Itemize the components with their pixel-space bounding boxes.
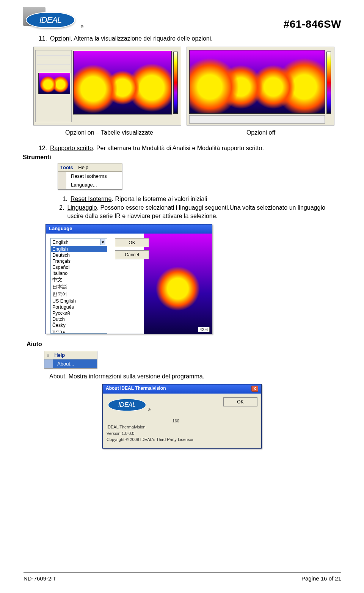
- about-copyright: Copyright © 2009 IDEAL's Third Party Lic…: [107, 436, 195, 443]
- language-option[interactable]: 中文: [51, 276, 107, 284]
- tools-item-2: 2. Linguaggio. Possono essere selezionat…: [58, 204, 341, 221]
- language-option[interactable]: Русский: [51, 310, 107, 316]
- page-footer: ND-7609-2IT Pagine 16 of 21: [24, 573, 341, 582]
- item-num: 11.: [37, 35, 47, 43]
- language-option[interactable]: English: [51, 246, 107, 252]
- ok-button[interactable]: OK: [115, 238, 149, 247]
- page-header: IDEAL ® #61-846SW: [23, 4, 341, 32]
- language-list[interactable]: English Deutsch Français Español Italian…: [51, 246, 107, 333]
- caption-off: Opzioni off: [185, 129, 337, 137]
- registered-mark: ®: [81, 25, 83, 29]
- item-label: Opzioni: [50, 35, 71, 42]
- language-option[interactable]: Italiano: [51, 270, 107, 276]
- tools-menu-screenshot: Tools Help Reset Isotherms Language...: [58, 163, 341, 190]
- about-dialog: About IDEAL Thermalvision X IDEAL ® 160 …: [102, 384, 262, 449]
- language-dialog: Language English ▾ English Deutsch Franç…: [46, 224, 212, 334]
- tools-item-1: 1. Reset Isoterme. Riporta le Isoterme a…: [58, 195, 341, 203]
- document-number: #61-846SW: [284, 18, 341, 30]
- language-option[interactable]: Deutsch: [51, 252, 107, 258]
- dialog-title: Language: [46, 224, 212, 234]
- about-text: . Mostra informazioni sulla versione del…: [65, 373, 204, 380]
- about-logo: IDEAL ®: [107, 397, 148, 413]
- screenshot-captions: Opzioni on – Tabelle visualizzate Opzion…: [33, 129, 341, 137]
- language-option[interactable]: Português: [51, 304, 107, 310]
- menu-help[interactable]: Help: [54, 352, 65, 358]
- language-selected: English: [52, 239, 69, 245]
- item-text: . Possono essere selezionati i linguaggi…: [67, 204, 325, 219]
- menu-item-language[interactable]: Language...: [58, 180, 122, 189]
- language-option[interactable]: עברית: [51, 328, 107, 333]
- screenshot-row: [33, 47, 341, 126]
- logo-text: IDEAL: [39, 15, 62, 25]
- item-12: 12. Rapporto scritto. Per alternare tra …: [37, 144, 341, 152]
- about-product: IDEAL Thermalvision: [107, 424, 195, 430]
- about-title: About IDEAL Thermalvision: [106, 386, 166, 392]
- item-text: . Per alternare tra Modalità di Analisi …: [93, 145, 264, 151]
- item-num: 12.: [37, 144, 47, 152]
- menu-item-reset-isotherms[interactable]: Reset Isotherms: [58, 172, 122, 180]
- close-icon[interactable]: X: [251, 386, 258, 392]
- about-version: Version 1.0.0.0: [107, 430, 195, 437]
- cancel-button[interactable]: Cancel: [115, 250, 149, 259]
- footer-page: Pagine 16 of 21: [301, 575, 341, 582]
- language-combobox[interactable]: English ▾ English Deutsch Français Españ…: [50, 238, 107, 334]
- screenshot-options-on: [33, 47, 181, 126]
- language-option[interactable]: Français: [51, 258, 107, 264]
- language-option[interactable]: Español: [51, 264, 107, 270]
- language-option[interactable]: 日本語: [51, 284, 107, 291]
- item-text: . Alterna la visualizzazione del riquadr…: [71, 35, 212, 42]
- menu-help[interactable]: Help: [78, 165, 88, 170]
- about-ok-button[interactable]: OK: [223, 397, 257, 406]
- heading-help: Aiuto: [27, 341, 341, 348]
- item-label: Reset Isoterme: [71, 196, 111, 202]
- screenshot-options-off: [187, 47, 334, 126]
- language-option[interactable]: US English: [51, 298, 107, 304]
- item-11: 11. Opzioni. Alterna la visualizzazione …: [37, 35, 341, 43]
- heading-tools: Strumenti: [23, 154, 341, 161]
- footer-docid: ND-7609-2IT: [24, 575, 56, 582]
- about-product-num: 160: [173, 419, 179, 423]
- about-line: About. Mostra informazioni sulla version…: [49, 372, 341, 381]
- item-label: Rapporto scritto: [50, 145, 93, 151]
- caption-on: Opzioni on – Tabelle visualizzate: [33, 129, 185, 137]
- menu-item-about[interactable]: About...: [44, 359, 97, 368]
- item-label: Linguaggio: [67, 204, 97, 211]
- about-label: About: [49, 373, 65, 380]
- brand-logo: IDEAL ®: [23, 4, 83, 30]
- dropdown-arrow-icon[interactable]: ▾: [100, 239, 105, 245]
- language-option[interactable]: Dutch: [51, 316, 107, 322]
- item-text: . Riporta le Isoterme ai valori iniziali: [111, 196, 207, 202]
- language-option[interactable]: Česky: [51, 322, 107, 328]
- menu-tools[interactable]: Tools: [60, 165, 73, 170]
- item-num: 1.: [58, 195, 67, 203]
- item-num: 2.: [58, 204, 64, 221]
- language-option[interactable]: 한국어: [51, 291, 107, 298]
- help-menu-screenshot: s Help About...: [23, 351, 341, 369]
